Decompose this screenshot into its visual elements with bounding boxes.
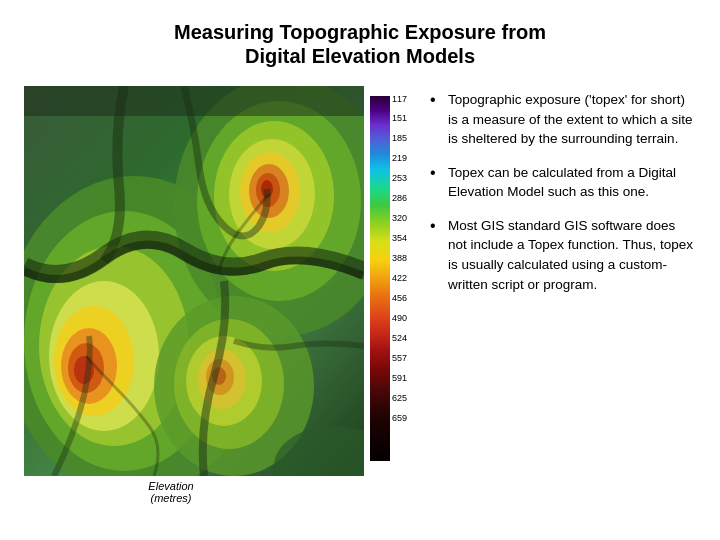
- content-area: 117 151 185 219 253 286 320 354 388 422 …: [24, 86, 696, 524]
- title-line1: Measuring Topographic Exposure from: [174, 21, 546, 43]
- legend-bar: 117 151 185 219 253 286 320 354 388 422 …: [366, 86, 414, 476]
- title-line2: Digital Elevation Models: [245, 45, 475, 67]
- bullet-dot-2: •: [430, 165, 440, 181]
- topo-map-svg: [24, 86, 364, 476]
- map-visual: 117 151 185 219 253 286 320 354 388 422 …: [24, 86, 414, 476]
- slide-title: Measuring Topographic Exposure from Digi…: [24, 20, 696, 68]
- bullet-item-1: • Topographic exposure ('topex' for shor…: [430, 90, 696, 149]
- map-canvas: 117 151 185 219 253 286 320 354 388 422 …: [24, 86, 414, 476]
- elevation-label: Elevation (metres): [0, 480, 366, 504]
- bullet-dot-1: •: [430, 92, 440, 108]
- svg-rect-24: [24, 86, 364, 116]
- elevation-label-line1: Elevation: [148, 480, 193, 492]
- text-area: • Topographic exposure ('topex' for shor…: [430, 86, 696, 524]
- bullet-text-1: Topographic exposure ('topex' for short)…: [448, 90, 696, 149]
- bullet-list: • Topographic exposure ('topex' for shor…: [430, 90, 696, 308]
- elevation-label-line2: (metres): [151, 492, 192, 504]
- slide: Measuring Topographic Exposure from Digi…: [0, 0, 720, 540]
- bullet-text-2: Topex can be calculated from a Digital E…: [448, 163, 696, 202]
- bullet-item-3: • Most GIS standard GIS software does no…: [430, 216, 696, 294]
- map-container: 117 151 185 219 253 286 320 354 388 422 …: [24, 86, 414, 524]
- bullet-dot-3: •: [430, 218, 440, 234]
- bullet-text-3: Most GIS standard GIS software does not …: [448, 216, 696, 294]
- bullet-item-2: • Topex can be calculated from a Digital…: [430, 163, 696, 202]
- title-area: Measuring Topographic Exposure from Digi…: [24, 20, 696, 68]
